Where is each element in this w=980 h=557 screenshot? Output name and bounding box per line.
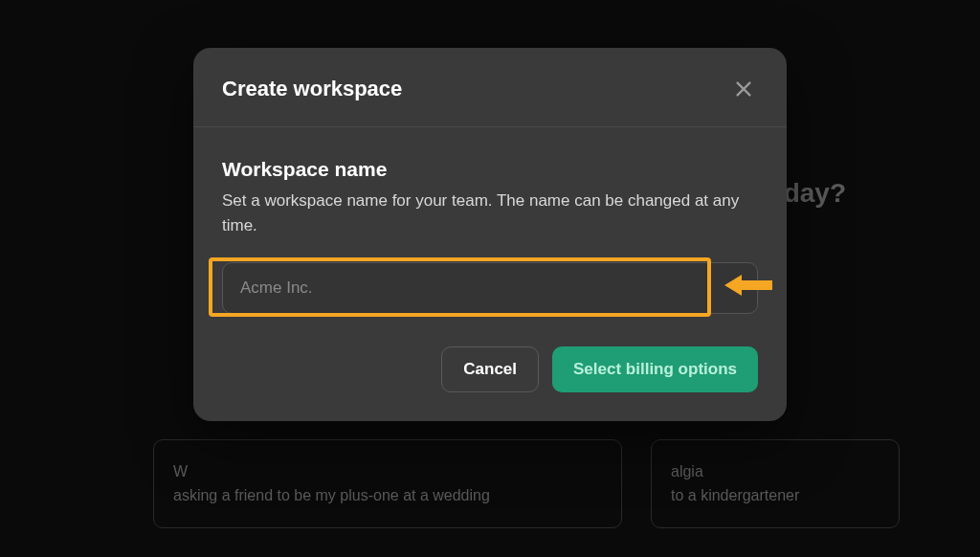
create-workspace-modal: Create workspace Workspace name Set a wo… [193, 48, 787, 421]
close-icon [733, 78, 754, 100]
modal-body: Workspace name Set a workspace name for … [193, 127, 787, 337]
modal-header: Create workspace [193, 48, 787, 127]
modal-backdrop: Create workspace Workspace name Set a wo… [0, 0, 980, 557]
select-billing-options-button[interactable]: Select billing options [552, 346, 758, 392]
workspace-name-label: Workspace name [222, 158, 758, 181]
close-button[interactable] [729, 75, 758, 103]
modal-title: Create workspace [222, 77, 402, 101]
workspace-name-description: Set a workspace name for your team. The … [222, 189, 758, 239]
workspace-name-input[interactable] [222, 262, 758, 314]
input-wrapper [222, 262, 758, 314]
modal-footer: Cancel Select billing options [193, 337, 787, 421]
cancel-button[interactable]: Cancel [441, 346, 539, 392]
